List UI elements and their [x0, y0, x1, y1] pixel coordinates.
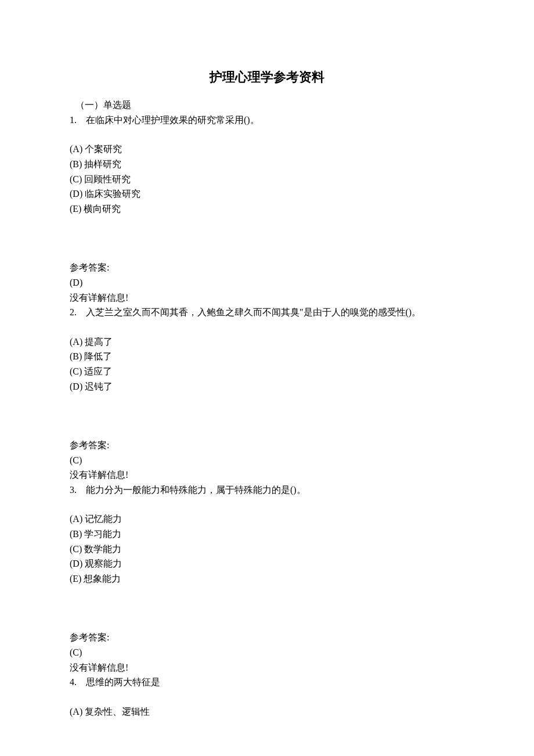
option-d: (D) 迟钝了: [70, 379, 464, 394]
option-a: (A) 复杂性、逻辑性: [70, 704, 464, 719]
page-title: 护理心理学参考资料: [70, 67, 464, 87]
answer-value: (D): [70, 275, 464, 290]
option-c: (C) 回顾性研究: [70, 172, 464, 187]
question-stem: 4. 思维的两大特征是: [70, 675, 464, 690]
options-list: (A) 个案研究 (B) 抽样研究 (C) 回顾性研究 (D) 临床实验研究 (…: [70, 142, 464, 216]
no-detail: 没有详解信息!: [70, 290, 464, 305]
answer-label: 参考答案:: [70, 438, 464, 453]
question-stem: 2. 入芝兰之室久而不闻其香，入鲍鱼之肆久而不闻其臭"是由于人的嗅觉的感受性()…: [70, 305, 464, 320]
answer-value: (C): [70, 453, 464, 468]
question-number: 1.: [70, 115, 77, 125]
question-text: 能力分为一般能力和特殊能力，属于特殊能力的是()。: [86, 485, 306, 495]
option-b: (B) 降低了: [70, 349, 464, 364]
question-text: 入芝兰之室久而不闻其香，入鲍鱼之肆久而不闻其臭"是由于人的嗅觉的感受性()。: [86, 307, 421, 317]
answer-block: 参考答案: (D) 没有详解信息!: [70, 260, 464, 305]
answer-label: 参考答案:: [70, 630, 464, 645]
answer-label: 参考答案:: [70, 260, 464, 275]
option-c: (C) 适应了: [70, 364, 464, 379]
question-text: 思维的两大特征是: [86, 677, 160, 687]
answer-block: 参考答案: (C) 没有详解信息!: [70, 438, 464, 483]
question-block: 2. 入芝兰之室久而不闻其香，入鲍鱼之肆久而不闻其臭"是由于人的嗅觉的感受性()…: [70, 305, 464, 483]
question-number: 3.: [70, 485, 77, 495]
question-number: 2.: [70, 307, 77, 317]
options-list: (A) 复杂性、逻辑性: [70, 704, 464, 719]
option-e: (E) 想象能力: [70, 571, 464, 586]
question-stem: 3. 能力分为一般能力和特殊能力，属于特殊能力的是()。: [70, 483, 464, 498]
option-d: (D) 临床实验研究: [70, 186, 464, 201]
question-stem: 1. 在临床中对心理护理效果的研究常采用()。: [70, 113, 464, 128]
option-b: (B) 抽样研究: [70, 157, 464, 172]
option-a: (A) 个案研究: [70, 142, 464, 157]
option-a: (A) 记忆能力: [70, 512, 464, 527]
question-text: 在临床中对心理护理效果的研究常采用()。: [86, 115, 259, 125]
options-list: (A) 提高了 (B) 降低了 (C) 适应了 (D) 迟钝了: [70, 334, 464, 394]
question-block: 1. 在临床中对心理护理效果的研究常采用()。 (A) 个案研究 (B) 抽样研…: [70, 113, 464, 305]
section-header: （一）单选题: [70, 98, 464, 113]
option-b: (B) 学习能力: [70, 527, 464, 542]
option-a: (A) 提高了: [70, 334, 464, 350]
no-detail: 没有详解信息!: [70, 660, 464, 675]
answer-value: (C): [70, 645, 464, 660]
option-e: (E) 横向研究: [70, 201, 464, 217]
question-block: 4. 思维的两大特征是 (A) 复杂性、逻辑性: [70, 675, 464, 719]
options-list: (A) 记忆能力 (B) 学习能力 (C) 数学能力 (D) 观察能力 (E) …: [70, 512, 464, 586]
option-d: (D) 观察能力: [70, 556, 464, 571]
option-c: (C) 数学能力: [70, 542, 464, 557]
no-detail: 没有详解信息!: [70, 467, 464, 483]
question-number: 4.: [70, 677, 77, 687]
question-block: 3. 能力分为一般能力和特殊能力，属于特殊能力的是()。 (A) 记忆能力 (B…: [70, 483, 464, 675]
answer-block: 参考答案: (C) 没有详解信息!: [70, 630, 464, 675]
